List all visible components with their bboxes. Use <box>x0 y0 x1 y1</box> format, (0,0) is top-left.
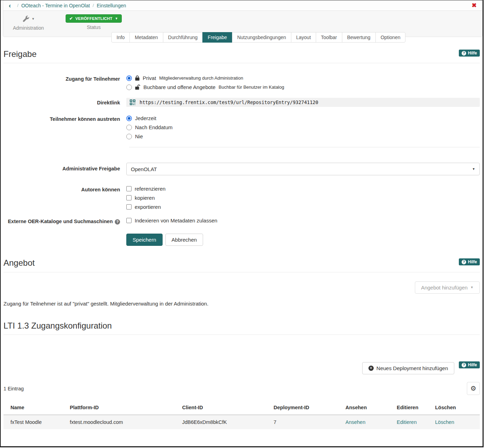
checkbox-icon[interactable] <box>126 218 132 223</box>
radio-label: Nach Enddatum <box>135 124 173 130</box>
status-menu[interactable]: ✔ VERÖFFENTLICHT ▼ Status <box>66 14 122 30</box>
radio-buchbar[interactable]: Buchbare und offene Angebote Buchbar für… <box>126 84 480 90</box>
help-button[interactable]: ? Hilfe <box>459 50 480 57</box>
checkbox-referenzieren[interactable]: referenzieren <box>126 186 480 192</box>
radio-label: Nie <box>135 133 143 139</box>
section-title: LTI 1.3 Zugangskonfiguration <box>3 321 112 330</box>
checkbox-exportieren[interactable]: exportieren <box>126 204 480 210</box>
administration-menu[interactable]: ▼ Administration <box>13 14 44 31</box>
tab-freigabe[interactable]: Freigabe <box>202 32 232 43</box>
field-direktlink: Direktlink https://testing.frentix.com/t… <box>3 98 480 107</box>
checkbox-kopieren[interactable]: kopieren <box>126 195 480 201</box>
help-label: Hilfe <box>468 51 477 56</box>
delete-link[interactable]: Löschen <box>435 419 454 425</box>
close-icon[interactable]: ✖ <box>472 2 477 8</box>
chevron-down-icon: ▼ <box>115 17 118 20</box>
back-icon[interactable]: ‹ <box>9 2 11 9</box>
radio-privat[interactable]: Privat Mitgliederverwaltung durch Admini… <box>126 75 480 81</box>
col-plattform-id: Plattform-ID <box>70 403 182 415</box>
checkbox-icon[interactable] <box>126 204 132 210</box>
main-content: Freigabe ? Hilfe Zugang für Teilnehmer P… <box>0 50 483 429</box>
help-button[interactable]: ? Hilfe <box>459 258 480 265</box>
checkbox-indexieren[interactable]: Indexieren von Metadaten zulassen <box>126 218 480 223</box>
tab-toolbar[interactable]: Toolbar <box>316 32 342 43</box>
cancel-button[interactable]: Abbrechen <box>165 234 203 246</box>
angebot-section-header: Angebot ? Hilfe <box>3 258 480 272</box>
breadcrumb: ‹ / OOteach - Termine in OpenOlat / Eins… <box>3 0 482 11</box>
breadcrumb-item-settings[interactable]: Einstellungen <box>97 3 126 8</box>
col-client-id: Client-ID <box>182 403 274 415</box>
cell-plattform-id: fxtest.moodlecloud.com <box>70 415 182 429</box>
breadcrumb-separator: / <box>17 3 18 8</box>
radio-icon[interactable] <box>126 85 132 90</box>
view-link[interactable]: Ansehen <box>345 419 365 425</box>
page-title: Freigabe <box>3 50 37 59</box>
radio-label: Jederzeit <box>135 115 156 121</box>
add-angebot-button[interactable]: Angebot hinzufügen ▼ <box>415 281 480 294</box>
plus-circle-icon: + <box>368 366 374 371</box>
breadcrumb-item-course[interactable]: OOteach - Termine in OpenOlat <box>21 3 90 8</box>
chevron-down-icon: ▼ <box>470 286 473 289</box>
chevron-down-icon: ▼ <box>31 17 35 21</box>
tab-bewertung[interactable]: Bewertung <box>342 32 376 43</box>
radio-icon[interactable] <box>126 75 132 81</box>
tab-durchfuehrung[interactable]: Durchführung <box>163 32 203 43</box>
add-deployment-button[interactable]: + Neues Deployment hinzufügen <box>362 362 454 374</box>
help-label: Hilfe <box>468 259 477 264</box>
field-oer: Externe OER-Kataloge und Suchmaschinen? … <box>3 218 480 225</box>
form-divider <box>129 147 480 147</box>
gear-icon: ⚙ <box>470 385 476 392</box>
radio-label: Privat <box>143 75 156 81</box>
tab-metadaten[interactable]: Metadaten <box>129 32 163 43</box>
table-header-row: Name Plattform-ID Client-ID Deployment-I… <box>3 403 480 415</box>
checkbox-label: exportieren <box>135 204 161 210</box>
qr-code-icon[interactable] <box>130 100 135 105</box>
col-ansehen: Ansehen <box>345 403 397 415</box>
administration-label: Administration <box>13 25 44 31</box>
deployment-actions: + Neues Deployment hinzufügen ? Hilfe <box>3 362 480 374</box>
radio-icon[interactable] <box>126 116 132 121</box>
status-label: Status <box>87 24 101 30</box>
chevron-down-icon: ▼ <box>472 167 475 171</box>
admin-freigabe-select[interactable]: OpenOLAT ▼ <box>126 163 480 175</box>
tab-layout[interactable]: Layout <box>291 32 316 43</box>
tab-nutzungsbedingungen[interactable]: Nutzungsbedingungen <box>232 32 291 43</box>
radio-icon[interactable] <box>126 134 132 139</box>
field-zugang: Zugang für Teilnehmer Privat Mitgliederv… <box>3 75 480 90</box>
status-badge[interactable]: ✔ VERÖFFENTLICHT ▼ <box>66 14 122 23</box>
edit-link[interactable]: Editieren <box>397 419 417 425</box>
table-settings-button[interactable]: ⚙ <box>467 382 480 395</box>
checkbox-icon[interactable] <box>126 195 132 200</box>
radio-nie[interactable]: Nie <box>126 133 480 139</box>
question-icon: ? <box>462 260 466 264</box>
field-label: Externe OER-Kataloge und Suchmaschinen? <box>3 218 126 225</box>
checkbox-icon[interactable] <box>126 186 132 191</box>
form-buttons-row: Speichern Abbrechen <box>3 234 480 246</box>
oer-label-text: Externe OER-Kataloge und Suchmaschinen <box>8 219 113 224</box>
save-button[interactable]: Speichern <box>126 234 163 246</box>
add-deployment-label: Neues Deployment hinzufügen <box>376 365 448 371</box>
radio-description: Buchbar für Benutzer im Katalog <box>219 85 284 90</box>
col-editieren: Editieren <box>397 403 435 415</box>
radio-jederzeit[interactable]: Jederzeit <box>126 115 480 121</box>
freigabe-section-header: Freigabe ? Hilfe <box>3 50 480 63</box>
tab-info[interactable]: Info <box>111 32 130 43</box>
field-autoren: Autoren können referenzieren kopieren ex… <box>3 186 480 210</box>
checkbox-label: Indexieren von Metadaten zulassen <box>135 218 217 223</box>
breadcrumb-separator: / <box>93 3 94 8</box>
col-name: Name <box>3 403 70 415</box>
radio-description: Mitgliederverwaltung durch Administratio… <box>159 75 243 81</box>
section-title: Angebot <box>3 258 35 267</box>
help-button[interactable]: ? Hilfe <box>459 361 480 368</box>
direktlink-url[interactable]: https://testing.frentix.com/test9/url/Re… <box>140 100 318 105</box>
radio-icon[interactable] <box>126 125 132 130</box>
select-value: OpenOLAT <box>131 166 157 172</box>
radio-nach-enddatum[interactable]: Nach Enddatum <box>126 124 480 130</box>
entry-count: 1 Eintrag <box>3 386 24 391</box>
field-admin-freigabe: Administrative Freigabe OpenOLAT ▼ <box>3 163 480 175</box>
help-question-icon[interactable]: ? <box>115 219 120 225</box>
tab-optionen[interactable]: Optionen <box>375 32 406 43</box>
lock-closed-icon <box>135 75 140 81</box>
direktlink-box: https://testing.frentix.com/test9/url/Re… <box>126 98 480 107</box>
add-angebot-label: Angebot hinzufügen <box>421 285 468 291</box>
